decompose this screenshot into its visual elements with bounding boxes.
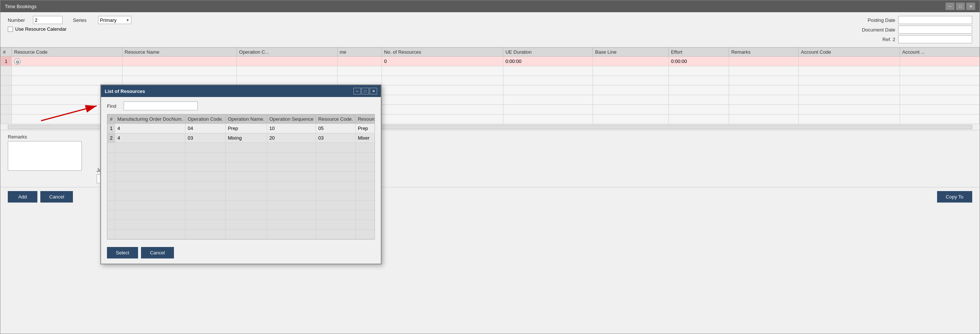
col-num: # xyxy=(1,48,12,57)
dialog-controls: ─ □ ✕ xyxy=(353,88,377,94)
title-bar: Time Bookings ─ □ ✕ xyxy=(0,0,980,12)
col-account-code: Account Code xyxy=(798,48,900,57)
dcol-res-code: Resource Code. xyxy=(316,115,355,124)
dialog-title: List of Resources xyxy=(105,88,145,94)
resource-name-cell[interactable] xyxy=(122,57,237,66)
no-resources-cell[interactable]: 0 xyxy=(382,57,503,66)
dcol-mo-docnum: Manufacturing Order DocNum. xyxy=(115,115,185,124)
col-resource-code: Resource Code xyxy=(12,48,123,57)
posting-date-input[interactable] xyxy=(898,16,972,24)
resource-code-cell[interactable]: ⊙ xyxy=(12,57,123,66)
table-row[interactable] xyxy=(1,66,980,76)
dcol-num: # xyxy=(108,115,115,124)
find-label: Find xyxy=(107,103,120,109)
header-right: Posting Date Document Date Ref. 2 xyxy=(858,16,972,43)
series-value: Primary xyxy=(100,18,124,23)
dcol-res-name: Resource Name. xyxy=(355,115,375,124)
use-resource-calendar-label: Use Resource Calendar xyxy=(15,26,67,32)
col-ue-duration: UE Duration xyxy=(503,48,592,57)
col-base-line: Base Line xyxy=(593,48,669,57)
find-input[interactable] xyxy=(124,101,197,110)
table-row[interactable]: 1 ⊙ 0 0:00:00 0:00:00 xyxy=(1,57,980,66)
dialog-table-row[interactable] xyxy=(108,220,375,230)
remarks-label: Remarks xyxy=(8,134,82,140)
remarks-cell[interactable] xyxy=(729,57,798,66)
ref2-label: Ref. 2 xyxy=(858,37,895,42)
cancel-button[interactable]: Cancel xyxy=(40,191,73,203)
ref2-input[interactable] xyxy=(898,35,972,43)
col-time: me xyxy=(337,48,382,57)
col-resource-name: Resource Name xyxy=(122,48,237,57)
number-row: Number Series Primary ▼ xyxy=(8,16,131,24)
dialog-footer: Select Cancel xyxy=(101,244,381,264)
dialog-table: # Manufacturing Order DocNum. Operation … xyxy=(107,114,375,239)
remarks-textarea[interactable] xyxy=(8,141,82,171)
base-line-cell[interactable] xyxy=(593,57,669,66)
title-bar-controls: ─ □ ✕ xyxy=(946,3,975,10)
dialog-table-row[interactable] xyxy=(108,230,375,239)
dialog-title-bar: List of Resources ─ □ ✕ xyxy=(101,85,381,97)
time-cell[interactable] xyxy=(337,57,382,66)
series-dropdown-arrow: ▼ xyxy=(126,18,129,22)
list-of-resources-dialog: List of Resources ─ □ ✕ Find xyxy=(100,85,382,264)
dialog-table-row[interactable] xyxy=(108,172,375,181)
remarks-block: Remarks xyxy=(8,134,82,183)
dcol-op-code: Operation Code. xyxy=(185,115,225,124)
dialog-table-row[interactable]: 1 4 04 Prep 10 05 Prep xyxy=(108,124,375,133)
window-title: Time Bookings xyxy=(5,4,37,9)
dialog-body: Find # Manufacturing Order DocNum. Opera… xyxy=(101,97,381,244)
col-remarks: Remarks xyxy=(729,48,798,57)
ref2-row: Ref. 2 xyxy=(858,35,972,43)
add-button[interactable]: Add xyxy=(8,191,37,203)
footer-right-buttons: Copy To xyxy=(937,191,972,203)
document-date-row: Document Date xyxy=(858,26,972,34)
dialog-table-row[interactable] xyxy=(108,201,375,210)
effort-cell[interactable]: 0:00:00 xyxy=(668,57,729,66)
dcol-op-seq: Operation Sequence xyxy=(267,115,316,124)
series-label: Series xyxy=(73,18,95,23)
table-row[interactable] xyxy=(1,76,980,86)
main-window: Time Bookings ─ □ ✕ Number Series Primar… xyxy=(0,0,980,334)
use-resource-calendar-checkbox[interactable] xyxy=(8,27,13,32)
dialog-table-row[interactable] xyxy=(108,181,375,191)
dialog-table-row[interactable] xyxy=(108,191,375,201)
posting-date-row: Posting Date xyxy=(858,16,972,24)
dialog-select-button[interactable]: Select xyxy=(107,247,138,259)
maximize-button[interactable]: □ xyxy=(956,3,965,10)
number-input[interactable] xyxy=(33,16,62,24)
col-effort: Effort xyxy=(668,48,729,57)
dialog-table-row[interactable] xyxy=(108,162,375,172)
dialog-maximize-button[interactable]: □ xyxy=(361,88,369,94)
document-date-label: Document Date xyxy=(858,27,895,33)
number-label: Number xyxy=(8,18,30,23)
header-left: Number Series Primary ▼ Use Resource Cal… xyxy=(8,16,131,32)
dialog-table-row[interactable] xyxy=(108,153,375,162)
dcol-op-name: Operation Name. xyxy=(225,115,267,124)
find-row: Find xyxy=(107,101,375,110)
header-area: Number Series Primary ▼ Use Resource Cal… xyxy=(0,12,980,47)
ue-duration-cell[interactable]: 0:00:00 xyxy=(503,57,592,66)
dialog-close-button[interactable]: ✕ xyxy=(370,88,377,94)
minimize-button[interactable]: ─ xyxy=(946,3,955,10)
row-num: 1 xyxy=(1,57,12,66)
dialog-minimize-button[interactable]: ─ xyxy=(353,88,361,94)
use-resource-calendar-row: Use Resource Calendar xyxy=(8,26,131,32)
operation-code-cell[interactable] xyxy=(237,57,337,66)
dialog-table-row[interactable] xyxy=(108,210,375,220)
dialog-table-wrapper: # Manufacturing Order DocNum. Operation … xyxy=(107,114,375,240)
series-dropdown[interactable]: Primary ▼ xyxy=(98,16,131,24)
dialog-table-row[interactable]: 2 4 03 Mixing 20 03 Mixer xyxy=(108,133,375,143)
close-button[interactable]: ✕ xyxy=(966,3,975,10)
footer-left-buttons: Add Cancel xyxy=(8,191,73,203)
content-area: # Resource Code Resource Name Operation … xyxy=(0,47,980,334)
document-date-input[interactable] xyxy=(898,26,972,34)
account-extra-cell[interactable] xyxy=(900,57,979,66)
copy-to-button[interactable]: Copy To xyxy=(937,191,972,203)
dialog-cancel-button[interactable]: Cancel xyxy=(141,247,173,259)
posting-date-label: Posting Date xyxy=(858,18,895,23)
dialog-table-row[interactable] xyxy=(108,143,375,153)
col-account-extra: Account ... xyxy=(900,48,979,57)
col-operation-code: Operation C... xyxy=(237,48,337,57)
account-code-cell[interactable] xyxy=(798,57,900,66)
col-no-resources: No. of Resources xyxy=(382,48,503,57)
